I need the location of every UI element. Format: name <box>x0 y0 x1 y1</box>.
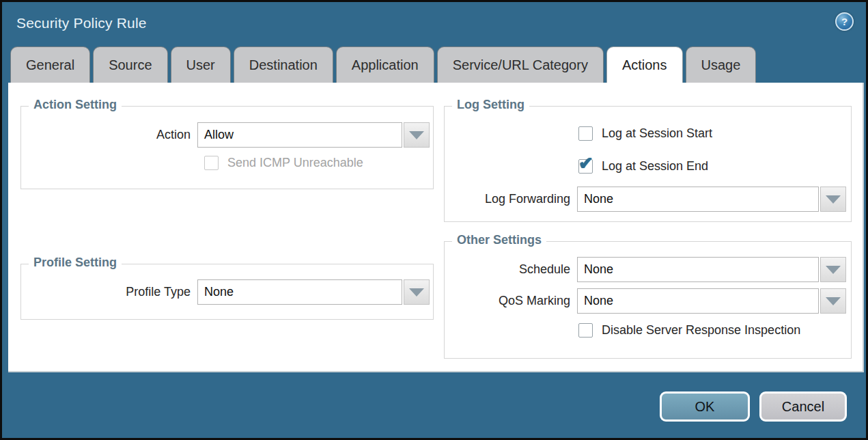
tab-service-url-category[interactable]: Service/URL Category <box>437 46 604 83</box>
checkbox-label: Log at Session Start <box>602 126 712 141</box>
log-forwarding-label: Log Forwarding <box>445 192 577 206</box>
checkbox-box[interactable]: ✔ <box>578 323 593 338</box>
profile-setting-group: Profile Setting Profile Type None <box>20 264 434 320</box>
check-icon: ✔ <box>578 154 593 172</box>
action-setting-group: Action Setting Action Allow ✔ Send ICMP … <box>20 106 434 189</box>
profile-type-label: Profile Type <box>21 285 197 299</box>
schedule-label: Schedule <box>445 262 577 277</box>
action-label: Action <box>21 128 197 142</box>
checkbox-label: Send ICMP Unreachable <box>227 156 363 170</box>
disable-server-response-inspection-checkbox[interactable]: ✔ Disable Server Response Inspection <box>578 323 800 338</box>
profile-type-dropdown-button[interactable] <box>404 279 430 305</box>
tab-application[interactable]: Application <box>336 46 434 83</box>
schedule-dropdown-value: None <box>577 257 819 282</box>
help-icon[interactable]: ? <box>835 12 854 31</box>
tab-source[interactable]: Source <box>93 46 167 83</box>
tab-actions[interactable]: Actions <box>606 46 683 83</box>
profile-type-dropdown[interactable]: None <box>197 279 430 305</box>
qos-marking-dropdown-value: None <box>577 288 819 314</box>
log-setting-legend: Log Setting <box>452 98 529 112</box>
chevron-down-icon <box>409 288 424 297</box>
log-forwarding-dropdown-button[interactable] <box>820 187 846 212</box>
actions-tab-panel: Action Setting Action Allow ✔ Send ICMP … <box>8 83 864 372</box>
tab-usage[interactable]: Usage <box>686 46 757 83</box>
schedule-dropdown-button[interactable] <box>820 257 846 282</box>
log-at-session-start-checkbox[interactable]: ✔ Log at Session Start <box>578 126 712 141</box>
profile-type-dropdown-value: None <box>197 279 402 305</box>
tab-user[interactable]: User <box>171 46 231 83</box>
checkbox-label: Log at Session End <box>602 159 708 174</box>
chevron-down-icon <box>409 131 424 139</box>
action-dropdown-button[interactable] <box>404 122 430 148</box>
chevron-down-icon <box>826 266 841 274</box>
checkbox-box: ✔ <box>204 156 219 170</box>
log-forwarding-dropdown[interactable]: None <box>577 187 846 212</box>
checkbox-box[interactable]: ✔ <box>578 126 593 141</box>
security-policy-rule-dialog: Security Policy Rule ? General Source Us… <box>0 0 868 440</box>
log-forwarding-dropdown-value: None <box>577 187 819 212</box>
ok-button[interactable]: OK <box>660 391 750 422</box>
profile-setting-legend: Profile Setting <box>29 256 122 270</box>
log-at-session-end-checkbox[interactable]: ✔ Log at Session End <box>578 159 708 174</box>
qos-marking-dropdown[interactable]: None <box>577 288 846 314</box>
checkbox-label: Disable Server Response Inspection <box>602 323 800 338</box>
chevron-down-icon <box>826 195 841 204</box>
checkbox-box[interactable]: ✔ <box>578 159 593 174</box>
dialog-title: Security Policy Rule <box>16 15 147 31</box>
cancel-button[interactable]: Cancel <box>759 391 847 422</box>
chevron-down-icon <box>826 297 841 305</box>
action-setting-legend: Action Setting <box>29 98 122 112</box>
other-settings-group: Other Settings Schedule None QoS Marking… <box>444 241 852 359</box>
log-setting-group: Log Setting ✔ Log at Session Start ✔ Log… <box>444 106 852 222</box>
qos-marking-label: QoS Marking <box>445 294 577 308</box>
action-dropdown[interactable]: Allow <box>197 122 430 148</box>
qos-marking-dropdown-button[interactable] <box>820 288 846 314</box>
tab-bar: General Source User Destination Applicat… <box>10 46 756 83</box>
other-settings-legend: Other Settings <box>452 233 546 247</box>
tab-general[interactable]: General <box>10 46 90 83</box>
titlebar: Security Policy Rule ? <box>2 2 866 46</box>
send-icmp-unreachable-checkbox: ✔ Send ICMP Unreachable <box>204 156 363 170</box>
action-dropdown-value: Allow <box>197 122 402 148</box>
tab-destination[interactable]: Destination <box>234 46 333 83</box>
schedule-dropdown[interactable]: None <box>577 257 846 282</box>
